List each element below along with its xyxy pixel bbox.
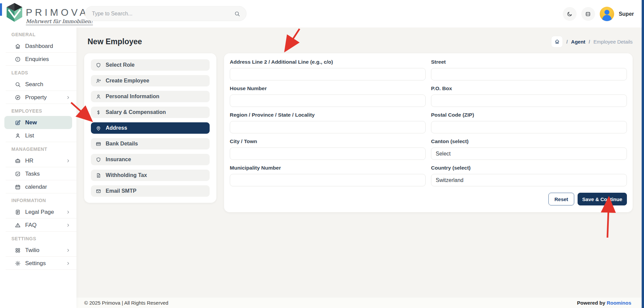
- step-label: Email SMTP: [106, 188, 137, 194]
- sidebar-item-label: New: [25, 119, 37, 126]
- sidebar-item-list[interactable]: List: [0, 129, 76, 142]
- sidebar-item-search[interactable]: Search: [0, 78, 76, 91]
- credit-card-icon: [96, 141, 101, 147]
- municipality-number-input[interactable]: [230, 174, 426, 186]
- user-avatar[interactable]: [600, 7, 614, 21]
- step-bank-details[interactable]: Bank Details: [91, 138, 210, 149]
- header-actions: Super: [563, 7, 634, 21]
- chevron-right-icon: [66, 261, 70, 266]
- p-o-box-input[interactable]: [431, 95, 627, 107]
- shield-icon: [96, 62, 101, 68]
- search-input[interactable]: [91, 10, 234, 17]
- field-label: Region / Province / State / Locality: [230, 112, 426, 118]
- compass-icon: [15, 95, 21, 101]
- save-continue-button[interactable]: Save & Continue: [578, 193, 627, 205]
- sidebar-item-legal-page[interactable]: Legal Page: [0, 205, 76, 219]
- layout-toggle[interactable]: [581, 7, 595, 21]
- dark-mode-toggle[interactable]: [563, 7, 577, 21]
- roominos-link[interactable]: Roominos: [607, 300, 631, 306]
- page-head: New Employee / Agent / Employee Details: [76, 27, 644, 49]
- breadcrumb-home-button[interactable]: [551, 36, 563, 48]
- field-postal-code-zip: Postal Code (ZIP): [431, 112, 627, 133]
- shield-icon: [96, 157, 101, 163]
- mini-scrollbar[interactable]: [0, 3, 2, 16]
- chevron-right-icon: [66, 210, 70, 214]
- document-icon: [15, 209, 21, 215]
- grid-icon: [15, 247, 21, 253]
- sidebar-item-settings[interactable]: Settings: [0, 257, 76, 270]
- address-form-grid: Address Line 2 / Additional Line (e.g., …: [230, 59, 627, 186]
- alert-circle-icon: [15, 56, 21, 62]
- postal-code-zip-input[interactable]: [431, 121, 627, 133]
- page-scrollbar[interactable]: [642, 0, 644, 308]
- calendar-icon: [15, 184, 21, 190]
- sidebar-section-employees: EMPLOYEES: [0, 106, 76, 116]
- step-address[interactable]: Address: [91, 122, 210, 134]
- sidebar-item-label: Property: [25, 94, 47, 101]
- app-root: PRIMOVA Mehrwert für Immobilien! Super: [0, 0, 644, 308]
- step-create-employee[interactable]: Create Employee: [91, 75, 210, 86]
- step-select-role[interactable]: Select Role: [91, 59, 210, 71]
- sidebar-item-dashboard[interactable]: Dashboard: [0, 40, 76, 53]
- step-insurance[interactable]: Insurance: [91, 154, 210, 165]
- country-select-select[interactable]: Switzerland: [431, 174, 627, 186]
- sidebar-item-new[interactable]: New: [4, 116, 72, 129]
- copyright-text: © 2025 Primova | All Rights Reserved: [84, 300, 168, 306]
- map-pin-icon: [96, 125, 101, 131]
- field-label: City / Town: [230, 138, 426, 144]
- field-label: Postal Code (ZIP): [431, 112, 627, 118]
- sidebar-item-tasks[interactable]: Tasks: [0, 167, 76, 180]
- sidebar-item-label: Search: [25, 81, 43, 88]
- sidebar-item-hr[interactable]: HR: [0, 154, 76, 167]
- field-country-select: Country (select)Switzerland: [431, 165, 627, 186]
- sidebar-item-calendar[interactable]: calendar: [0, 180, 76, 193]
- address-line-2-additional-line-e-g-c-o-input[interactable]: [230, 68, 426, 80]
- sidebar-item-label: Dashboard: [25, 43, 53, 50]
- field-label: Canton (select): [431, 138, 627, 144]
- reset-button[interactable]: Reset: [548, 193, 574, 205]
- sidebar-item-label: FAQ: [25, 222, 37, 229]
- sidebar-item-faq[interactable]: FAQ: [0, 219, 76, 232]
- footer: © 2025 Primova | All Rights Reserved Pow…: [76, 298, 644, 308]
- page-title: New Employee: [88, 37, 142, 46]
- step-label: Address: [106, 125, 127, 131]
- field-label: Address Line 2 / Additional Line (e.g., …: [230, 59, 426, 65]
- step-salary-compensation[interactable]: Salary & Compensation: [91, 107, 210, 118]
- sidebar-item-label: HR: [25, 158, 34, 164]
- street-input[interactable]: [431, 68, 627, 80]
- field-label: Municipality Number: [230, 165, 426, 171]
- sidebar-item-twilio[interactable]: Twilio: [0, 244, 76, 257]
- search-icon: [234, 11, 240, 17]
- alert-triangle-icon: [15, 222, 21, 228]
- powered-by-text: Powered by: [577, 300, 606, 306]
- brand-name: PRIMOVA: [26, 8, 93, 17]
- step-email-smtp[interactable]: Email SMTP: [91, 185, 210, 197]
- breadcrumb-agent[interactable]: Agent: [571, 39, 586, 45]
- sidebar-item-label: Settings: [25, 260, 46, 267]
- user-icon: [96, 94, 101, 100]
- search-icon: [15, 81, 21, 87]
- sidebar-item-label: Tasks: [25, 171, 40, 177]
- global-search[interactable]: [85, 6, 247, 21]
- field-house-number: House Number: [230, 85, 426, 107]
- city-town-input[interactable]: [230, 147, 426, 160]
- step-withholding-tax[interactable]: Withholding Tax: [91, 170, 210, 181]
- step-label: Personal Information: [106, 94, 159, 100]
- chevron-right-icon: [66, 159, 70, 163]
- field-label: P.O. Box: [431, 85, 627, 91]
- region-province-state-locality-input[interactable]: [230, 121, 426, 133]
- step-personal-information[interactable]: Personal Information: [91, 91, 210, 102]
- primova-cube-icon: [5, 2, 23, 22]
- house-number-input[interactable]: [230, 95, 426, 107]
- sidebar-item-enquiries[interactable]: Enquiries: [0, 53, 76, 66]
- sidebar-section-information: INFORMATION: [0, 195, 76, 205]
- layout-icon: [585, 11, 591, 17]
- sidebar-item-property[interactable]: Property: [0, 91, 76, 104]
- step-label: Create Employee: [106, 78, 149, 84]
- brand-logo[interactable]: PRIMOVA Mehrwert für Immobilien!: [5, 2, 93, 25]
- field-street: Street: [431, 59, 627, 80]
- canton-select-select[interactable]: Select: [431, 147, 627, 160]
- field-label: House Number: [230, 85, 426, 91]
- breadcrumb-current: Employee Details: [593, 39, 633, 45]
- top-header: PRIMOVA Mehrwert für Immobilien! Super: [0, 0, 644, 27]
